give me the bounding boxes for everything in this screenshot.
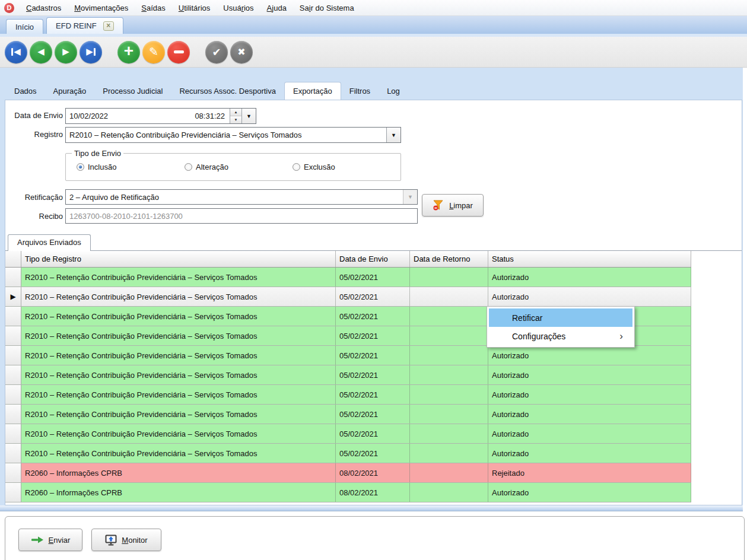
current-row-arrow-icon: ▶ <box>10 292 15 301</box>
cell-data-retorno <box>410 346 488 365</box>
registro-combobox[interactable]: R2010 – Retenção Contribuição Previdenci… <box>65 127 401 143</box>
delete-record-button[interactable] <box>167 41 190 63</box>
page-tab[interactable]: Log <box>379 82 408 100</box>
cell-data-envio: 05/02/2021 <box>336 444 410 463</box>
menubar-item[interactable]: Saídas <box>135 1 171 15</box>
radio-icon <box>185 163 192 171</box>
radio-option[interactable]: Inclusão <box>77 163 185 171</box>
confirm-button[interactable]: ✔ <box>205 41 228 63</box>
row-marker-cell <box>5 326 21 345</box>
recibo-field[interactable]: 1263700-08-2010-2101-1263700 <box>65 208 418 224</box>
column-header-status[interactable]: Status <box>488 251 691 267</box>
window-tabbar: Início EFD REINF × <box>0 16 747 37</box>
cell-data-retorno <box>410 444 488 463</box>
monitor-button[interactable]: Monitor <box>91 529 161 551</box>
cell-status: Autorizado <box>488 483 691 502</box>
edit-record-button[interactable]: ✎ <box>142 41 165 63</box>
cell-status: Autorizado <box>488 268 691 287</box>
cell-data-retorno <box>410 405 488 424</box>
table-row[interactable]: R2010 – Retenção Contribuição Previdenci… <box>5 405 691 424</box>
close-tab-icon[interactable]: × <box>103 21 114 31</box>
page-tab[interactable]: Recursos Assoc. Desportiva <box>171 82 284 100</box>
nav-last-button[interactable]: ▶ <box>80 41 102 63</box>
filter-clear-icon <box>433 199 444 211</box>
table-row[interactable]: ▶ R2010 – Retenção Contribuição Previden… <box>5 287 691 307</box>
menubar-item[interactable]: Utilitários <box>172 1 217 15</box>
cell-status: Autorizado <box>488 385 691 404</box>
row-marker-cell <box>5 268 21 287</box>
window-tab-efd-reinf[interactable]: EFD REINF × <box>46 17 123 34</box>
limpar-button[interactable]: Limpar <box>422 194 484 217</box>
page-tab[interactable]: Dados <box>6 82 45 100</box>
chevron-down-icon[interactable]: ▼ <box>386 128 400 142</box>
table-row[interactable]: R2010 – Retenção Contribuição Previdenci… <box>5 424 691 444</box>
submenu-arrow-icon: › <box>619 331 623 341</box>
tab-arquivos-enviados[interactable]: Arquivos Enviados <box>8 234 91 251</box>
nav-previous-button[interactable]: ◀ <box>30 41 52 63</box>
cell-data-envio: 05/02/2021 <box>336 326 410 345</box>
calendar-dropdown-icon[interactable]: ▼ <box>241 109 256 123</box>
data-envio-field[interactable]: 10/02/2022 08:31:22 ▲ ▼ ▼ <box>65 108 256 124</box>
table-header: Tipo de Registro Data de Envio Data de R… <box>5 251 691 268</box>
context-menu-item[interactable]: Retificar <box>489 308 632 327</box>
cell-status: Autorizado <box>488 365 691 384</box>
cell-status: Rejeitado <box>488 463 691 482</box>
table-row[interactable]: R2060 – Informações CPRB 08/02/2021 Reje… <box>5 463 691 483</box>
cell-status: Autorizado <box>488 346 691 365</box>
spin-up-icon[interactable]: ▲ <box>230 109 241 116</box>
column-header-tipo-registro[interactable]: Tipo de Registro <box>21 251 336 267</box>
context-menu-item[interactable]: Configurações › <box>489 327 632 345</box>
cell-tipo-registro: R2010 – Retenção Contribuição Previdenci… <box>21 444 336 463</box>
menubar-item[interactable]: Ajuda <box>260 1 293 15</box>
record-toolbar: ◀ ◀ ▶ ▶ + ✎ <box>0 37 747 68</box>
column-header-data-retorno[interactable]: Data de Retorno <box>410 251 488 267</box>
enviar-button[interactable]: Enviar <box>18 529 82 551</box>
page-tab[interactable]: Processo Judicial <box>94 82 171 100</box>
cell-data-envio: 05/02/2021 <box>336 424 410 443</box>
tipo-envio-legend: Tipo de Envio <box>72 149 123 158</box>
cell-data-envio: 05/02/2021 <box>336 365 410 384</box>
row-marker-cell <box>5 444 21 463</box>
row-marker-cell <box>5 405 21 424</box>
page-tab[interactable]: Apuração <box>45 82 95 100</box>
table-row[interactable]: R2060 – Informações CPRB 08/02/2021 Auto… <box>5 483 691 502</box>
cell-tipo-registro: R2010 – Retenção Contribuição Previdenci… <box>21 268 336 287</box>
table-row[interactable]: R2010 – Retenção Contribuição Previdenci… <box>5 444 691 463</box>
monitor-upload-icon <box>105 534 117 546</box>
radio-option[interactable]: Alteração <box>185 163 293 171</box>
recibo-label: Recibo <box>5 212 63 221</box>
row-marker-cell <box>5 307 21 326</box>
content-panel: Dados Apuração Processo Judicial Recurso… <box>0 68 743 511</box>
window-tab-inicio[interactable]: Início <box>6 19 43 34</box>
page-tab[interactable]: Exportação <box>284 82 341 100</box>
table-row[interactable]: R2010 – Retenção Contribuição Previdenci… <box>5 365 691 385</box>
spin-down-icon[interactable]: ▼ <box>230 116 241 123</box>
window-tab-label: EFD REINF <box>56 21 97 30</box>
page-tab[interactable]: Filtros <box>341 82 379 100</box>
recibo-value: 1263700-08-2010-2101-1263700 <box>66 212 183 221</box>
table-row[interactable]: R2010 – Retenção Contribuição Previdenci… <box>5 385 691 405</box>
page-tabstrip: Dados Apuração Processo Judicial Recurso… <box>6 81 408 100</box>
add-record-button[interactable]: + <box>117 41 140 63</box>
retificacao-label: Retificação <box>5 193 63 202</box>
cell-data-envio: 05/02/2021 <box>336 307 410 326</box>
nav-next-button[interactable]: ▶ <box>55 41 77 63</box>
menubar-item[interactable]: Cadastros <box>20 1 68 15</box>
panel-bottom-strip <box>0 505 743 511</box>
table-row[interactable]: R2010 – Retenção Contribuição Previdenci… <box>5 346 691 365</box>
cell-data-retorno <box>410 268 488 287</box>
time-spinner: ▲ ▼ <box>230 109 241 123</box>
cell-tipo-registro: R2060 – Informações CPRB <box>21 483 336 502</box>
cell-status: Autorizado <box>488 287 691 306</box>
menubar-item[interactable]: Usuários <box>217 1 260 15</box>
column-header-data-envio[interactable]: Data de Envio <box>336 251 410 267</box>
table-row[interactable]: R2010 – Retenção Contribuição Previdenci… <box>5 268 691 287</box>
radio-option[interactable]: Exclusão <box>293 163 400 171</box>
cancel-button[interactable]: ✖ <box>230 41 253 63</box>
menubar-item[interactable]: Sair do Sistema <box>293 1 361 15</box>
nav-first-button[interactable]: ◀ <box>5 41 27 63</box>
menubar-item[interactable]: Movimentações <box>68 1 135 15</box>
cell-data-envio: 08/02/2021 <box>336 463 410 482</box>
retificacao-combobox[interactable]: 2 – Arquivo de Retificação ▼ <box>65 189 418 205</box>
table-body: R2010 – Retenção Contribuição Previdenci… <box>5 268 691 502</box>
